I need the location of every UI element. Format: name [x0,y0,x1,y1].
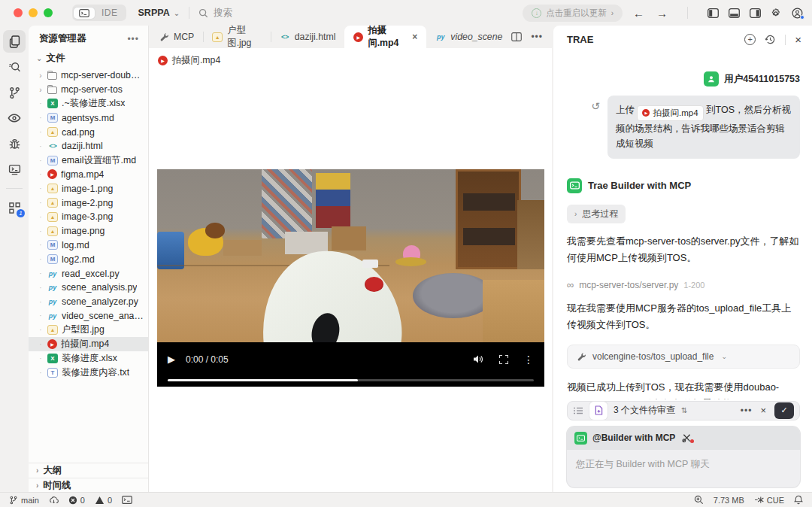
file-tree-item[interactable]: 拍摄间.mp4 [29,337,148,351]
activity-debug-bug-icon[interactable] [3,132,26,155]
scene-display-cabinet [456,169,522,269]
attached-file-chip[interactable]: ▶拍摄间.mp4 [637,105,703,121]
account-avatar-icon[interactable] [792,8,803,19]
restart-to-update-button[interactable]: ↓ 点击重启以更新 › [523,5,623,22]
file-tree-item[interactable]: 装修进度内容.txt [29,366,148,380]
file-tree-item[interactable]: log2.md [29,252,148,266]
split-editor-icon[interactable] [511,32,522,41]
retry-message-icon[interactable]: ↺ [591,100,600,112]
volume-button[interactable] [473,354,484,364]
file-tree-item[interactable]: 装修进度.xlsx [29,351,148,366]
file-tree-item[interactable]: image-2.png [29,196,148,210]
file-tree-item[interactable]: scene_analyzer.py [29,295,148,309]
ide-mode-toggle[interactable]: IDE [72,5,126,21]
activity-search-icon[interactable] [3,56,26,78]
sidebar-more-button[interactable]: ••• [127,34,139,44]
zoom-window-button[interactable] [44,8,53,17]
minimize-window-button[interactable] [29,8,38,17]
sync-changes-icon[interactable] [49,496,59,505]
file-tree-item[interactable]: 户型图.jpg [29,323,148,337]
zoom-level-icon[interactable] [694,495,704,505]
video-more-button[interactable]: ⋮ [523,354,534,366]
outline-section[interactable]: › 大纲 [29,463,148,478]
editor-body: 拍摄间.mp4 [149,48,552,492]
image-file-icon [47,325,58,335]
new-chat-icon[interactable]: + [744,34,756,45]
breadcrumb[interactable]: 拍摄间.mp4 [149,48,552,67]
global-search[interactable]: 搜索 [198,7,232,20]
editor-tab[interactable]: 户型图.jpg [203,26,270,48]
cue-label: CUE [767,496,784,505]
status-bar: main 0 0 7.73 MB CUE [0,492,812,507]
video-player[interactable]: ▶ 0:00 / 0:05 ⋮ [157,169,544,387]
file-name: mcp-server-doubao-vi... [61,70,144,80]
file-tree-item[interactable]: scene_analysis.py [29,281,148,295]
tools-config-icon[interactable] [682,433,692,442]
memory-usage[interactable]: 7.73 MB [714,496,744,505]
wrench-icon [577,352,586,362]
file-tree-item[interactable]: agentsys.md [29,111,148,125]
activity-extensions-icon[interactable]: 1 [3,196,26,219]
file-status-dot [38,99,44,108]
close-panel-icon[interactable]: × [795,33,801,46]
errors-indicator[interactable]: 0 [68,496,85,505]
file-tree-item[interactable]: image.png [29,224,148,238]
tab-close-icon[interactable]: × [412,32,417,42]
activity-terminal-icon[interactable] [3,158,26,181]
file-tree-item[interactable]: video_scene_analyzer.... [29,309,148,323]
editor-more-button[interactable]: ••• [531,32,543,42]
file-tree-item[interactable]: .~装修进度.xlsx [29,97,148,111]
file-tree-item[interactable]: ›mcp-server-tos [29,83,148,97]
image-file-icon [47,226,58,236]
review-dismiss-button[interactable]: × [760,405,766,416]
file-tree-item[interactable]: image-3.png [29,210,148,224]
file-tree-item[interactable]: image-1.png [29,181,148,196]
settings-gear-icon[interactable] [771,8,782,19]
toggle-right-panel-icon[interactable] [750,8,761,18]
editor-tab[interactable]: daziji.html [271,26,345,48]
editor-tab[interactable]: video_scene [426,26,511,48]
toggle-left-panel-icon[interactable] [707,8,719,18]
notifications-bell-icon[interactable] [794,495,803,505]
files-review-bar[interactable]: 3 个文件待审查 ⇅ ••• × ✓ [567,401,800,420]
branch-name: main [21,496,39,505]
nav-back-button[interactable]: ← [633,7,644,20]
toggle-bottom-panel-icon[interactable] [729,8,740,18]
agent-selector[interactable]: @Builder with MCP [567,427,800,450]
play-button[interactable]: ▶ [168,354,175,365]
file-tree-item[interactable]: cad.png [29,125,148,139]
review-more-button[interactable]: ••• [741,405,753,416]
fullscreen-button[interactable] [499,355,508,364]
timeline-section[interactable]: › 时间线 [29,478,148,492]
cue-indicator[interactable]: CUE [754,496,784,505]
activity-source-control-icon[interactable] [3,81,26,104]
file-diff-icon[interactable] [589,402,607,420]
file-tree-item[interactable]: daziji.html [29,139,148,153]
file-tree-item[interactable]: ›mcp-server-doubao-vi... [29,68,148,83]
file-tree-item[interactable]: figma.mp4 [29,168,148,182]
file-tree-item[interactable]: log.md [29,238,148,253]
close-window-button[interactable] [14,8,23,17]
thought-process-toggle[interactable]: › 思考过程 [567,205,626,223]
file-tree-item[interactable]: read_excel.py [29,266,148,281]
editor-tab[interactable]: MCP [150,26,203,48]
explorer-sidebar: 资源管理器 ••• ⌄ 文件 ›mcp-server-doubao-vi...›… [29,26,149,492]
sort-icon[interactable]: ⇅ [681,406,687,414]
tool-call-card[interactable]: volcengine-tos/tos_upload_file ⌄ [567,345,800,369]
nav-forward-button[interactable]: → [656,7,668,20]
file-reference[interactable]: ∞ mcp-server-tos/server.py 1-200 [567,279,800,290]
activity-explorer-icon[interactable] [3,30,26,53]
review-accept-button[interactable]: ✓ [774,402,794,419]
workspace-switcher[interactable]: SRPPA ⌄ [138,8,180,18]
editor-tab[interactable]: 拍摄间.mp4× [344,26,426,48]
warnings-indicator[interactable]: 0 [95,496,112,505]
file-tree-item[interactable]: email设置细节.md [29,153,148,168]
file-status-dot [38,298,44,306]
files-section-header[interactable]: ⌄ 文件 [29,50,148,67]
terminal-status-icon[interactable] [122,496,132,504]
history-icon[interactable] [765,34,776,45]
video-progress-bar[interactable] [168,379,534,381]
git-branch-indicator[interactable]: main [9,496,39,505]
chat-input[interactable]: 您正在与 Builder with MCP 聊天 [567,450,800,488]
activity-preview-eye-icon[interactable] [3,107,26,129]
